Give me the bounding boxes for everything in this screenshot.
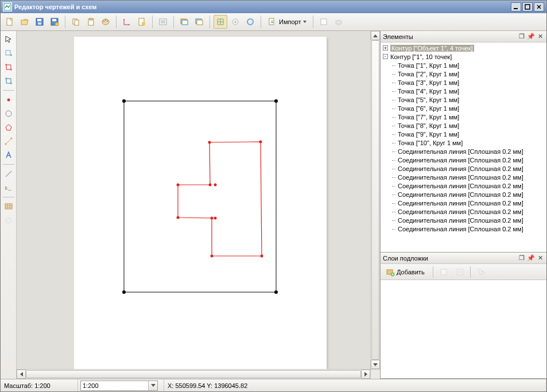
tree-label: Точка ["10", Круг 1 мм] [398,139,463,146]
canvas-viewport[interactable] [17,31,370,369]
tree-row[interactable]: Соединительная линия [Сплошная 0.2 мм] [381,207,546,216]
tree-row[interactable]: Соединительная линия [Сплошная 0.2 мм] [381,147,546,156]
layers-close-button[interactable]: ✕ [536,254,544,262]
new-doc-button[interactable] [3,15,17,29]
select-tool[interactable] [2,33,15,46]
scroll-left-button[interactable] [17,370,26,379]
svg-point-34 [6,111,11,117]
tree-row[interactable]: Соединительная линия [Сплошная 0.2 мм] [381,216,546,224]
svg-point-35 [5,143,6,145]
elements-dock-button[interactable]: ❐ [518,33,526,41]
svg-point-33 [7,99,10,102]
tree-label: Точка ["8", Круг 1 мм] [398,122,459,129]
layers-pin-button[interactable]: 📌 [527,254,535,262]
status-coords: X: 550599.54 Y: 1396045.82 [164,379,546,391]
minimize-button[interactable] [511,2,521,11]
close-button[interactable] [534,2,544,11]
settings-button[interactable] [243,15,257,29]
layers-dock-button[interactable]: ❐ [518,254,526,262]
tree-row[interactable]: Соединительная линия [Сплошная 0.2 мм] [381,199,546,207]
polygon-tool[interactable] [2,121,15,134]
scale-dropdown-button[interactable] [148,381,157,390]
layers-delete-button[interactable] [453,266,467,278]
svg-point-9 [55,22,59,26]
point-tool[interactable] [2,94,15,106]
elements-panel: Элементы ❐ 📌 ✕ +Контур ["Объект 1", 4 то… [381,31,546,253]
grid-toggle-button[interactable] [214,15,227,29]
page-props-button[interactable] [135,15,149,29]
tree-row[interactable]: Точка ["8", Круг 1 мм] [381,121,546,130]
tree-row[interactable]: Точка ["6", Круг 1 мм] [381,104,546,112]
tree-row[interactable]: Точка ["2", Круг 1 мм] [381,69,546,78]
maximize-button[interactable] [522,2,533,11]
export-b-button[interactable] [332,15,346,29]
tree-row[interactable]: Точка ["5", Круг 1 мм] [381,95,546,104]
tree-label: Точка ["2", Круг 1 мм] [398,71,459,77]
tree-row[interactable]: Точка ["3", Круг 1 мм] [381,78,546,87]
scale-ratio-tool[interactable]: 1:_ [2,181,15,194]
scale-combobox[interactable]: 1:200 [80,381,158,391]
export-a-button[interactable] [317,15,331,29]
tree-row[interactable]: Точка ["4", Круг 1 мм] [381,87,546,95]
axes-button[interactable] [120,15,134,29]
elements-pin-button[interactable]: 📌 [527,33,535,41]
tree-row[interactable]: Соединительная линия [Сплошная 0.2 мм] [381,224,546,233]
svg-rect-56 [441,269,447,275]
palette-button[interactable] [99,15,112,29]
layers-edit-button[interactable] [437,266,451,278]
layers-info-button[interactable]: ? [474,266,488,278]
saveas-button[interactable] [48,15,61,29]
line-tool[interactable] [2,135,15,148]
tree-row[interactable]: Точка ["7", Круг 1 мм] [381,112,546,121]
crop-a-tool[interactable] [2,61,15,73]
circle-tool[interactable] [2,107,15,120]
layers-add-button[interactable]: Добавить [383,266,429,278]
layers-title: Слои подложки [383,255,517,262]
tree-label: Точка ["7", Круг 1 мм] [398,114,459,121]
crop-b-tool[interactable] [2,75,15,87]
scroll-up-button[interactable] [371,31,380,40]
elements-title: Элементы [383,33,517,40]
svg-rect-6 [38,22,41,25]
layer-a-button[interactable] [177,15,191,29]
measure-tool[interactable] [2,168,15,180]
elements-close-button[interactable]: ✕ [536,33,544,41]
save-button[interactable] [33,15,46,29]
open-button[interactable] [18,15,32,29]
contour-plus-tool[interactable] [2,47,15,60]
tree-row[interactable]: +Контур ["Объект 1", 4 точек] [381,44,546,52]
elements-tree[interactable]: +Контур ["Объект 1", 4 точек]-Контур ["1… [381,42,546,252]
tree-row[interactable]: Точка ["10", Круг 1 мм] [381,138,546,147]
scrollbar-horizontal[interactable] [17,369,370,379]
layers-list[interactable] [381,280,546,378]
tree-row[interactable]: Соединительная линия [Сплошная 0.2 мм] [381,164,546,173]
tree-expand-icon[interactable]: + [383,45,388,51]
layer-b-button[interactable] [192,15,206,29]
scroll-down-button[interactable] [371,360,380,369]
copy-button[interactable] [69,15,83,29]
svg-point-26 [235,21,236,23]
disabled-tool[interactable] [2,214,15,227]
text-tool[interactable] [2,149,15,161]
list-button[interactable] [156,15,170,29]
tree-row[interactable]: Соединительная линия [Сплошная 0.2 мм] [381,156,546,164]
snap-button[interactable] [228,15,242,29]
svg-rect-8 [52,19,56,21]
tree-row[interactable]: Точка ["1", Круг 1 мм] [381,61,546,69]
tree-row[interactable]: Соединительная линия [Сплошная 0.2 мм] [381,181,546,190]
tree-row[interactable]: -Контур ["1", 10 точек] [381,52,546,61]
scroll-right-button[interactable] [361,370,370,379]
scrollbar-vertical[interactable] [370,31,380,369]
tree-row[interactable]: Соединительная линия [Сплошная 0.2 мм] [381,173,546,181]
svg-rect-28 [269,18,274,25]
tree-row[interactable]: Соединительная линия [Сплошная 0.2 мм] [381,190,546,199]
paste-button[interactable] [84,15,98,29]
tree-collapse-icon[interactable]: - [383,54,388,59]
tree-row[interactable]: Точка ["9", Круг 1 мм] [381,130,546,138]
import-dropdown[interactable]: Импорт [265,15,309,29]
layers-header: Слои подложки ❐ 📌 ✕ [381,253,546,264]
tree-label: Контур ["1", 10 точек] [390,53,452,60]
svg-point-48 [211,217,214,220]
tree-label: Соединительная линия [Сплошная 0.2 мм] [398,165,523,172]
grid-tool[interactable] [2,200,15,213]
